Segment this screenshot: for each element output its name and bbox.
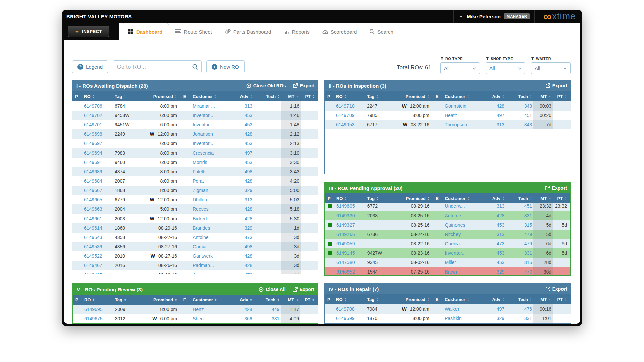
advisor-link[interactable]: 498 bbox=[245, 169, 252, 174]
tab-search[interactable]: Search bbox=[363, 23, 400, 40]
ro-link[interactable]: 6149684 bbox=[84, 178, 102, 184]
column-ro[interactable]: RO▲▼ bbox=[335, 91, 366, 101]
advisor-link[interactable]: 329 bbox=[497, 316, 504, 321]
ro-link[interactable]: 6149327 bbox=[336, 222, 355, 228]
ro-link[interactable]: 6149663 bbox=[84, 206, 102, 212]
customer-link[interactable]: Antoine bbox=[445, 213, 461, 218]
advisor-link[interactable]: 453 bbox=[497, 250, 504, 256]
column-ro[interactable]: RO▲▼ bbox=[83, 91, 113, 101]
advisor-link[interactable]: 497 bbox=[245, 150, 252, 156]
customer-link[interactable]: Porat bbox=[193, 178, 204, 184]
tech-link[interactable]: 315 bbox=[524, 260, 532, 265]
tech-link[interactable]: 315 bbox=[524, 222, 532, 228]
tech-link[interactable]: 331 bbox=[524, 250, 532, 256]
advisor-link[interactable]: 428 bbox=[497, 103, 504, 109]
column-mt[interactable]: MT▲ bbox=[533, 91, 553, 101]
export-button[interactable]: Export bbox=[545, 83, 567, 88]
ro-link[interactable]: 6149145 bbox=[336, 250, 355, 256]
column-customer[interactable]: Customer▲▼ bbox=[443, 294, 481, 304]
tech-link[interactable]: 479 bbox=[524, 232, 532, 237]
customer-link[interactable]: Reeves bbox=[193, 206, 208, 212]
ro-link[interactable]: 6149689 bbox=[84, 169, 102, 174]
column-mt[interactable]: MT▲ bbox=[533, 193, 553, 203]
ro-link[interactable]: 6149417 bbox=[84, 272, 102, 274]
column-tag[interactable]: Tag▲▼ bbox=[114, 295, 139, 305]
tech-link[interactable]: 449 bbox=[272, 307, 279, 312]
advisor-link[interactable]: 453 bbox=[245, 160, 252, 165]
ro-link[interactable]: 6146952 bbox=[336, 269, 355, 275]
column-pt[interactable]: PT▲▼ bbox=[553, 91, 570, 101]
ro-link[interactable]: 6149522 bbox=[84, 253, 102, 259]
customer-link[interactable]: Brandes bbox=[193, 225, 210, 231]
ro-link[interactable]: 6149614 bbox=[84, 225, 102, 231]
column-tag[interactable]: Tag▲▼ bbox=[113, 91, 139, 101]
customer-link[interactable]: Cresencia bbox=[193, 150, 214, 156]
ro-link[interactable]: 6149694 bbox=[84, 150, 102, 156]
customer-link[interactable]: Miramar ... bbox=[193, 103, 215, 109]
column-promised[interactable]: Promised▲▼ bbox=[391, 91, 431, 101]
column-customer[interactable]: Customer▲▼ bbox=[191, 91, 229, 101]
ro-link[interactable]: 6149691 bbox=[84, 160, 102, 165]
customer-link[interactable]: Heath bbox=[445, 113, 457, 118]
column-promised[interactable]: Promised▲▼ bbox=[139, 91, 178, 101]
ro-link[interactable]: 6149698 bbox=[84, 131, 102, 137]
customer-link[interactable]: Thompson bbox=[445, 122, 467, 127]
column-adv[interactable]: Adv▲▼ bbox=[481, 294, 506, 304]
advisor-link[interactable]: 498 bbox=[245, 244, 252, 249]
search-icon[interactable] bbox=[192, 64, 198, 70]
column-tech[interactable]: Tech▲▼ bbox=[506, 294, 533, 304]
tech-link[interactable]: 331 bbox=[524, 316, 532, 321]
advisor-link[interactable]: 329 bbox=[245, 188, 252, 193]
customer-link[interactable]: Antoine bbox=[193, 272, 208, 274]
ro-link[interactable]: 6149665 bbox=[84, 197, 102, 202]
column-promised[interactable]: Promised▲▼ bbox=[391, 193, 431, 203]
column-mt[interactable]: MT▲ bbox=[533, 294, 553, 304]
ro-link[interactable]: 6149053 bbox=[336, 122, 355, 127]
column-tag[interactable]: Tag▲▼ bbox=[366, 294, 391, 304]
column-pt[interactable]: PT▲▼ bbox=[553, 193, 570, 203]
ro-link[interactable]: 6149330 bbox=[336, 213, 355, 218]
customer-link[interactable]: Faletti bbox=[193, 169, 205, 174]
ro-link[interactable]: 6149702 bbox=[84, 113, 102, 118]
column-pt[interactable]: PT▲▼ bbox=[300, 295, 318, 305]
column-ro[interactable]: RO▲▼ bbox=[335, 193, 366, 203]
ro-link[interactable]: 6149543 bbox=[84, 235, 102, 240]
ro-link[interactable]: 6149467 bbox=[84, 263, 102, 268]
column-ro[interactable]: RO▲▼ bbox=[335, 294, 366, 304]
tech-link[interactable]: 451 bbox=[524, 113, 532, 118]
close-old-ros-button[interactable]: Close Old ROs bbox=[246, 83, 286, 88]
customer-link[interactable]: Padman... bbox=[193, 263, 214, 268]
advisor-link[interactable]: 313 bbox=[497, 232, 504, 237]
ro-link[interactable]: 6149266 bbox=[336, 232, 355, 237]
column-tag[interactable]: Tag▲▼ bbox=[366, 91, 391, 101]
ro-link[interactable]: 6149661 bbox=[84, 216, 102, 221]
goto-ro-input[interactable] bbox=[113, 60, 202, 73]
column-adv[interactable]: Adv▲▼ bbox=[229, 295, 254, 305]
ro-link[interactable]: 6149710 bbox=[336, 103, 355, 109]
advisor-link[interactable]: 428 bbox=[245, 178, 252, 184]
export-button[interactable]: Export bbox=[545, 185, 567, 191]
column-adv[interactable]: Adv▲▼ bbox=[229, 91, 254, 101]
advisor-link[interactable]: 428 bbox=[245, 253, 252, 259]
customer-link[interactable]: Dhillon bbox=[193, 197, 207, 202]
ro-link[interactable]: 6149059 bbox=[336, 241, 355, 246]
customer-link[interactable]: Inventor... bbox=[193, 122, 213, 127]
column-tech[interactable]: Tech▲▼ bbox=[506, 193, 533, 203]
customer-link[interactable]: Inventor... bbox=[445, 250, 466, 256]
customer-link[interactable]: Garcia bbox=[193, 244, 206, 249]
column-customer[interactable]: Customer▲▼ bbox=[191, 295, 229, 305]
advisor-link[interactable]: 329 bbox=[497, 269, 504, 275]
ro-link[interactable]: 6149605 bbox=[336, 203, 355, 209]
advisor-link[interactable]: 428 bbox=[245, 216, 252, 221]
customer-link[interactable]: Inventor... bbox=[193, 141, 213, 146]
tech-link[interactable]: 479 bbox=[524, 241, 532, 246]
column-tech[interactable]: Tech▲▼ bbox=[254, 91, 281, 101]
customer-link[interactable]: Shen bbox=[193, 316, 204, 321]
customer-link[interactable]: Gantwerk bbox=[193, 253, 213, 259]
advisor-link[interactable]: 313 bbox=[497, 203, 504, 209]
advisor-link[interactable]: 473 bbox=[245, 235, 252, 240]
ro-link[interactable]: 6149706 bbox=[84, 103, 102, 109]
tab-scoreboard[interactable]: Scoreboard bbox=[316, 23, 363, 40]
advisor-link[interactable]: 313 bbox=[497, 122, 504, 127]
close-all-button[interactable]: Close All bbox=[259, 287, 285, 292]
